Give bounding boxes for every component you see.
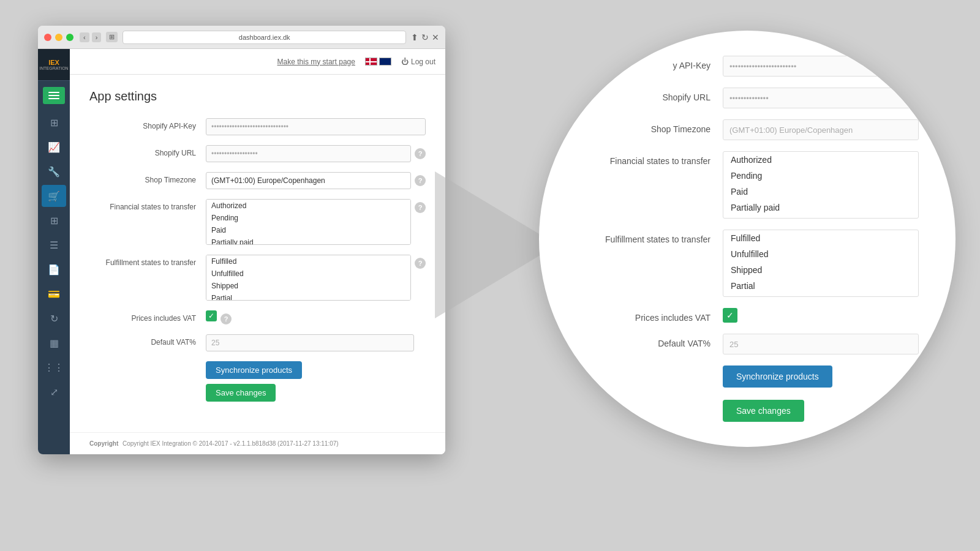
footer-text: Copyright IEX Integration © 2014-2017 - …	[123, 440, 339, 447]
sidebar-item-analytics[interactable]: 📈	[42, 136, 66, 158]
zoom-circle: y API-Key Shopify URL Shop Timezone Fina…	[539, 31, 956, 447]
list-item[interactable]: Unfulfilled	[723, 246, 918, 262]
sidebar-item-dashboard[interactable]: ⊞	[42, 111, 66, 133]
save-changes-button[interactable]: Save changes	[206, 384, 276, 402]
zoom-default-vat-row: Default VAT%	[588, 334, 919, 354]
zoom-url-row: Shopify URL	[588, 88, 919, 108]
traffic-lights	[44, 34, 74, 41]
zoom-vat-checkbox[interactable]: ✓	[723, 308, 737, 323]
vat-checkbox[interactable]: ✓	[206, 310, 217, 321]
list-item[interactable]: Paid	[723, 184, 918, 200]
close-button[interactable]	[44, 34, 51, 41]
hamburger-line	[48, 98, 59, 99]
reload-icon[interactable]: ↻	[421, 32, 429, 42]
vat-label: Prices includes VAT	[89, 310, 206, 323]
fulfillment-states-label: Fulfillment states to transfer	[89, 255, 206, 267]
menu-toggle[interactable]	[43, 87, 65, 104]
zoom-timezone-input[interactable]	[723, 119, 919, 140]
zoom-fulfillment-row: Fulfillment states to transfer Fulfilled…	[588, 230, 919, 297]
hamburger-line	[48, 95, 59, 96]
zoom-vat-row: Prices includes VAT ✓	[588, 308, 919, 323]
sidebar-item-share[interactable]: ⤢	[42, 381, 66, 403]
timezone-label: Shop Timezone	[89, 172, 206, 184]
shopify-api-key-label: Shopify API-Key	[89, 118, 206, 130]
share-icon[interactable]: ⬆	[411, 32, 418, 42]
zoom-api-key-label: y API-Key	[588, 56, 723, 70]
list-item[interactable]: Shipped	[723, 262, 918, 278]
sidebar-item-list[interactable]: ☰	[42, 234, 66, 256]
minimize-button[interactable]	[55, 34, 62, 41]
zoom-url-label: Shopify URL	[588, 88, 723, 102]
zoom-url-input[interactable]	[723, 88, 919, 108]
sidebar-item-refresh[interactable]: ↻	[42, 307, 66, 329]
page-title: App settings	[89, 89, 426, 103]
default-vat-label: Default VAT%	[89, 334, 206, 347]
close-icon[interactable]: ✕	[432, 32, 439, 42]
forward-button[interactable]: ›	[92, 32, 102, 42]
hamburger-line	[48, 92, 59, 93]
vat-help-icon[interactable]: ?	[221, 313, 232, 324]
zoom-financial-label: Financial states to transfer	[588, 151, 723, 166]
browser-actions: ⬆ ↻ ✕	[411, 32, 439, 42]
zoom-financial-listbox[interactable]: Authorized Pending Paid Partially paid	[723, 151, 919, 219]
sidebar-item-cart[interactable]: 🛒	[42, 185, 66, 207]
sidebar-item-grid[interactable]: ⊞	[42, 209, 66, 231]
start-page-link[interactable]: Make this my start page	[277, 58, 355, 66]
footer: Copyright Copyright IEX Integration © 20…	[70, 432, 445, 454]
sidebar-item-tools[interactable]: 🔧	[42, 160, 66, 182]
address-bar[interactable]: dashboard.iex.dk	[123, 31, 406, 44]
title-bar: ‹ › ⊞ dashboard.iex.dk ⬆ ↻ ✕	[38, 26, 445, 49]
zoom-content: y API-Key Shopify URL Shop Timezone Fina…	[539, 31, 956, 447]
zoom-save-button[interactable]: Save changes	[723, 400, 804, 422]
zoom-fulfillment-listbox[interactable]: Fulfilled Unfulfilled Shipped Partial	[723, 230, 919, 297]
logo-text: IEX	[39, 59, 68, 66]
flag-icons	[365, 58, 391, 66]
sidebar-item-apps[interactable]: ⋮⋮	[42, 356, 66, 378]
footer-copyright: Copyright	[89, 440, 118, 447]
logout-icon: ⏻	[401, 58, 409, 66]
list-item[interactable]: Partially paid	[723, 200, 918, 216]
maximize-button[interactable]	[66, 34, 74, 41]
zoom-fulfillment-label: Fulfillment states to transfer	[588, 230, 723, 244]
zoom-default-vat-input[interactable]	[723, 334, 919, 354]
connector-triangle	[257, 122, 564, 367]
zoom-api-key-row: y API-Key	[588, 56, 919, 77]
zoom-api-key-input[interactable]	[723, 56, 919, 77]
zoom-sync-button[interactable]: Synchronize products	[723, 365, 832, 388]
logout-link[interactable]: ⏻ Log out	[401, 58, 435, 66]
sidebar-logo: IEX INTEGRATION	[38, 49, 70, 81]
zoom-financial-row: Financial states to transfer Authorized …	[588, 151, 919, 219]
zoom-timezone-row: Shop Timezone	[588, 119, 919, 140]
list-item[interactable]: Fulfilled	[723, 230, 918, 246]
list-item[interactable]: Partial	[723, 278, 918, 294]
top-nav: Make this my start page ⏻ Log out	[70, 49, 445, 75]
financial-states-label: Financial states to transfer	[89, 199, 206, 211]
zoom-button-row: Synchronize products Save changes	[723, 365, 919, 422]
list-item[interactable]: Authorized	[723, 152, 918, 168]
sidebar-item-table[interactable]: ▦	[42, 332, 66, 354]
zoom-timezone-label: Shop Timezone	[588, 119, 723, 134]
window-mode-button[interactable]: ⊞	[106, 32, 118, 42]
zoom-vat-label: Prices includes VAT	[588, 308, 723, 323]
logo-sub: INTEGRATION	[39, 66, 68, 70]
dk-flag-icon[interactable]	[365, 58, 377, 66]
back-button[interactable]: ‹	[80, 32, 89, 42]
sidebar-item-card[interactable]: 💳	[42, 283, 66, 305]
sidebar-item-doc[interactable]: 📄	[42, 258, 66, 280]
top-nav-links: Make this my start page ⏻ Log out	[277, 58, 435, 66]
list-item[interactable]: Pending	[723, 168, 918, 184]
shopify-url-label: Shopify URL	[89, 145, 206, 157]
vat-checkbox-row: ✓	[206, 310, 217, 321]
gb-flag-icon[interactable]	[379, 58, 391, 66]
browser-nav: ‹ ›	[80, 32, 101, 42]
zoom-default-vat-label: Default VAT%	[588, 334, 723, 348]
sidebar: IEX INTEGRATION ⊞ 📈 🔧 🛒 ⊞ ☰ 📄 💳 ↻ ▦ ⋮⋮ ⤢	[38, 49, 70, 454]
